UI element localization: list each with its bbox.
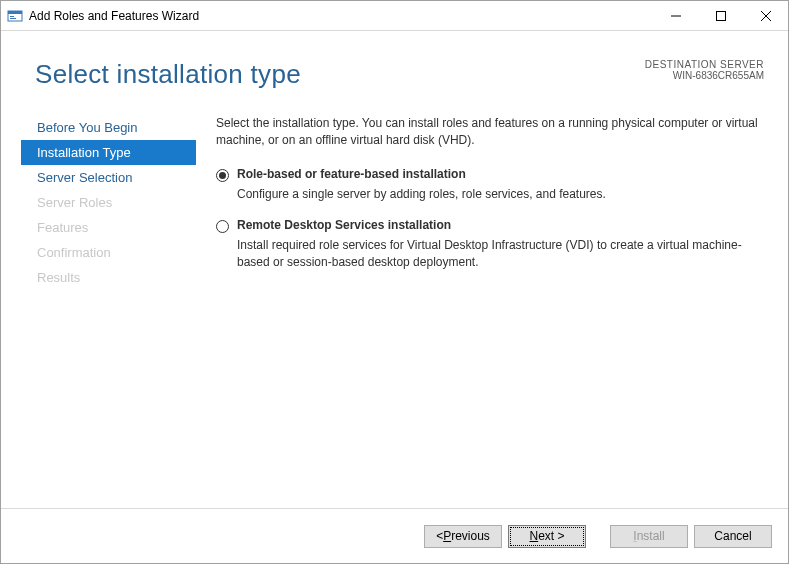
titlebar: Add Roles and Features Wizard (1, 1, 788, 31)
option-role-based[interactable]: Role-based or feature-based installation (216, 167, 766, 182)
destination-server-label: DESTINATION SERVER (645, 59, 764, 70)
sidebar-item-server-selection[interactable]: Server Selection (21, 165, 196, 190)
sidebar-item-results: Results (21, 265, 196, 290)
option-title: Role-based or feature-based installation (237, 167, 466, 181)
content: Select the installation type. You can in… (216, 115, 766, 287)
destination-server: DESTINATION SERVER WIN-6836CR655AM (645, 59, 764, 81)
sidebar-item-confirmation: Confirmation (21, 240, 196, 265)
svg-rect-1 (8, 11, 22, 14)
destination-server-value: WIN-6836CR655AM (645, 70, 764, 81)
radio-icon[interactable] (216, 169, 229, 182)
install-button: InstallInstall (610, 525, 688, 548)
svg-rect-3 (10, 18, 16, 19)
next-button[interactable]: Next >Next > (508, 525, 586, 548)
svg-rect-5 (716, 11, 725, 20)
main-area: Select installation type DESTINATION SER… (1, 31, 788, 509)
intro-text: Select the installation type. You can in… (216, 115, 766, 149)
app-icon (7, 8, 23, 24)
page-title: Select installation type (35, 59, 301, 90)
footer: < PPreviousrevious Next >Next > InstallI… (1, 508, 788, 563)
close-button[interactable] (743, 1, 788, 30)
previous-button[interactable]: < PPreviousrevious (424, 525, 502, 548)
radio-icon[interactable] (216, 220, 229, 233)
sidebar-item-features: Features (21, 215, 196, 240)
window-controls (653, 1, 788, 30)
option-title: Remote Desktop Services installation (237, 218, 451, 232)
option-desc: Configure a single server by adding role… (237, 186, 766, 203)
maximize-button[interactable] (698, 1, 743, 30)
minimize-button[interactable] (653, 1, 698, 30)
option-desc: Install required role services for Virtu… (237, 237, 766, 271)
sidebar-item-before-you-begin[interactable]: Before You Begin (21, 115, 196, 140)
svg-rect-2 (10, 16, 14, 17)
window-title: Add Roles and Features Wizard (29, 9, 653, 23)
option-remote-desktop[interactable]: Remote Desktop Services installation (216, 218, 766, 233)
cancel-button[interactable]: Cancel (694, 525, 772, 548)
sidebar: Before You Begin Installation Type Serve… (21, 115, 196, 290)
sidebar-item-installation-type[interactable]: Installation Type (21, 140, 196, 165)
sidebar-item-server-roles: Server Roles (21, 190, 196, 215)
